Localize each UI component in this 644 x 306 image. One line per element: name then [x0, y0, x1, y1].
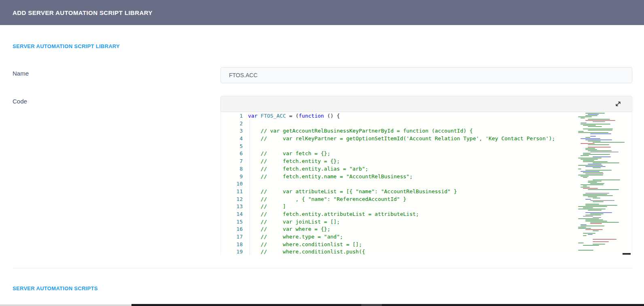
code-line: 17 // where.type = "and";	[221, 233, 555, 241]
code-editor: 1var FTOS_ACC = (function () {23 // var …	[220, 96, 632, 255]
code-line: 14 // fetch.entity.attributeList = attri…	[221, 211, 555, 218]
code-editor-toolbar	[220, 96, 632, 112]
code-line: 7 // fetch.entity = {};	[221, 158, 555, 165]
code-line: 16 // var where = {};	[221, 226, 555, 233]
code-line: 15 // var joinList = [];	[221, 218, 555, 226]
section-title-scripts: SERVER AUTOMATION SCRIPTS	[13, 285, 98, 291]
horizontal-scrollbar-thumb[interactable]	[623, 253, 631, 255]
code-line: 2	[221, 120, 555, 128]
code-line: 3 // var getAccountRelBusinessKeyPartner…	[221, 127, 555, 135]
code-line: 18 // where.conditionlist = [];	[221, 241, 555, 249]
page-title: ADD SERVER AUTOMATION SCRIPT LIBRARY	[13, 9, 153, 16]
code-line: 5	[221, 143, 555, 150]
bottom-strip-dark	[131, 304, 644, 306]
bottom-clipped-strip	[0, 304, 644, 306]
bottom-strip-light	[0, 304, 131, 306]
name-label: Name	[13, 70, 29, 77]
code-editor-body[interactable]: 1var FTOS_ACC = (function () {23 // var …	[220, 112, 632, 255]
code-line: 6 // var fetch = {};	[221, 150, 555, 158]
expand-diagonal-icon	[615, 101, 621, 107]
expand-button[interactable]	[614, 101, 622, 108]
code-label: Code	[13, 98, 27, 105]
code-line: 12 // , { "name": "ReferencedAccountId" …	[221, 196, 555, 203]
section-divider	[13, 268, 632, 268]
code-line: 8 // fetch.entity.alias = "arb";	[221, 165, 555, 173]
code-line: 9 // fetch.entity.name = "AccountRelBusi…	[221, 173, 555, 181]
code-line: 4 // var relKeyPartner = getOptionSetIte…	[221, 135, 555, 143]
code-line: 19 // where.conditionlist.push({	[221, 248, 555, 255]
code-line: 1var FTOS_ACC = (function () {	[221, 112, 555, 120]
indent-guide	[250, 120, 250, 255]
code-line: 11 // var attributeList = [{ "name": "Ac…	[221, 188, 555, 196]
code-line: 13 // ]	[221, 203, 555, 211]
code-line: 10	[221, 180, 555, 188]
bottom-strip-mid	[361, 304, 382, 306]
name-input[interactable]	[220, 67, 632, 83]
header-bar: ADD SERVER AUTOMATION SCRIPT LIBRARY	[0, 0, 644, 25]
code-lines: 1var FTOS_ACC = (function () {23 // var …	[221, 112, 555, 255]
section-title-library: SERVER AUTOMATION SCRIPT LIBRARY	[13, 43, 120, 49]
minimap[interactable]	[577, 113, 627, 254]
